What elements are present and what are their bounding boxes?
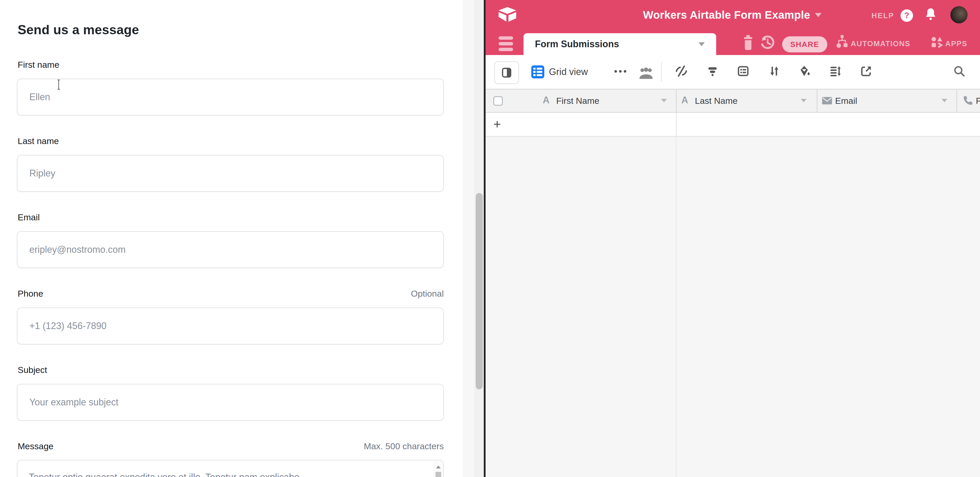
hide-fields-icon[interactable] <box>675 65 687 77</box>
color-icon[interactable] <box>798 65 811 77</box>
airtable-top-bars: Workers Airtable Form Example HELP ? For… <box>485 0 980 55</box>
filter-icon[interactable] <box>706 65 719 77</box>
airtable-logo[interactable] <box>498 6 517 22</box>
chevron-down-icon[interactable] <box>661 99 667 102</box>
more-options-icon[interactable] <box>614 70 626 73</box>
add-row-plus-icon[interactable]: + <box>493 117 501 132</box>
phone-field-icon <box>963 95 973 106</box>
window-divider <box>484 0 485 477</box>
screen: Send us a message First name Last name E… <box>0 0 980 477</box>
apps-button[interactable]: APPS <box>945 40 967 48</box>
row-height-icon[interactable] <box>829 65 842 77</box>
chevron-down-icon <box>698 42 705 46</box>
automations-button[interactable]: AUTOMATIONS <box>851 40 910 48</box>
table-tab-label: Form Submissions <box>535 39 619 49</box>
textarea-scroll-thumb[interactable] <box>436 472 441 477</box>
notifications-bell-icon[interactable] <box>924 7 937 21</box>
column-header-email[interactable]: Email <box>835 96 857 106</box>
text-cursor-ibeam <box>57 79 61 90</box>
subject-label: Subject <box>18 365 47 375</box>
grid-header-row: A First Name A Last Name Email Phone <box>485 89 980 113</box>
tab-form-submissions[interactable]: Form Submissions <box>523 33 716 55</box>
last-name-label: Last name <box>18 136 59 146</box>
scroll-up-arrow-icon[interactable] <box>436 466 441 468</box>
text-field-icon: A <box>681 95 688 106</box>
sidebar-menu-icon[interactable] <box>499 36 513 51</box>
history-icon[interactable] <box>760 35 775 50</box>
subject-input[interactable] <box>17 384 444 421</box>
form-heading: Send us a message <box>18 22 139 37</box>
base-title-menu[interactable]: Workers Airtable Form Example <box>584 9 880 21</box>
primary-column-line <box>676 137 676 477</box>
view-name-label: Grid view <box>549 67 588 77</box>
select-all-checkbox[interactable] <box>493 96 503 106</box>
help-button[interactable]: HELP <box>872 11 894 20</box>
contact-form-window: Send us a message First name Last name E… <box>0 0 484 477</box>
column-divider[interactable] <box>676 90 677 112</box>
scrollbar-gutter <box>463 0 475 477</box>
last-name-input[interactable] <box>17 155 444 192</box>
user-avatar[interactable] <box>950 6 967 23</box>
help-question-icon[interactable]: ? <box>900 10 913 22</box>
add-row-row[interactable]: + <box>485 113 980 137</box>
group-icon[interactable] <box>737 65 749 77</box>
view-toolbar: Grid view <box>485 55 980 89</box>
text-field-icon: A <box>543 95 549 106</box>
sidebar-panel-icon <box>501 67 512 79</box>
grid-view-switcher[interactable]: Grid view <box>531 65 588 78</box>
page-scrollbar-thumb[interactable] <box>476 193 483 389</box>
column-divider[interactable] <box>956 90 957 112</box>
share-button[interactable]: SHARE <box>782 36 827 52</box>
column-divider <box>676 113 677 136</box>
chevron-down-icon[interactable] <box>801 99 807 102</box>
search-icon[interactable] <box>953 65 966 77</box>
chevron-down-icon[interactable] <box>942 99 947 102</box>
apps-icon[interactable] <box>931 36 943 48</box>
column-header-last-name[interactable]: Last Name <box>695 96 737 106</box>
grid-view-icon <box>531 65 544 78</box>
first-name-input[interactable] <box>17 79 444 116</box>
textarea-scrollbar[interactable] <box>434 461 443 477</box>
column-header-first-name[interactable]: First Name <box>556 96 599 106</box>
toolbar-divider <box>661 62 662 82</box>
sort-icon[interactable] <box>768 65 781 77</box>
share-view-icon[interactable] <box>860 65 872 77</box>
column-header-phone[interactable]: Phone <box>976 96 980 106</box>
collaborators-icon[interactable] <box>638 67 654 79</box>
email-field-icon <box>822 97 832 105</box>
message-textarea[interactable]: Tenetur optio quaerat expedita vero et i… <box>17 460 444 477</box>
trash-icon[interactable] <box>742 35 754 50</box>
automations-icon[interactable] <box>835 35 849 50</box>
airtable-window: Workers Airtable Form Example HELP ? For… <box>485 0 980 477</box>
phone-input[interactable] <box>17 307 444 344</box>
base-title: Workers Airtable Form Example <box>643 9 810 21</box>
toggle-views-sidebar-button[interactable] <box>494 61 519 84</box>
column-divider[interactable] <box>817 90 818 112</box>
message-text: Tenetur optio quaerat expedita vero et i… <box>29 472 299 477</box>
message-maxchars-hint: Max. 500 characters <box>17 441 444 451</box>
email-label: Email <box>18 212 40 222</box>
phone-optional-hint: Optional <box>17 288 444 299</box>
email-input[interactable] <box>17 231 444 268</box>
first-name-label: First name <box>18 60 59 70</box>
chevron-down-icon <box>815 13 822 17</box>
